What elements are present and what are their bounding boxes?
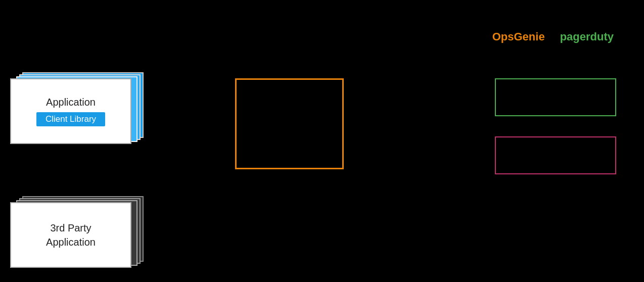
opsgenie-box <box>495 78 616 116</box>
top-labels: OpsGenie pagerduty <box>492 30 614 43</box>
application-label: Application <box>46 97 96 108</box>
application-front-paper: Application Client Library <box>10 78 131 144</box>
center-orange-box <box>235 78 344 169</box>
third-party-front-paper: 3rd Party Application <box>10 202 131 268</box>
application-stack: Application Client Library <box>10 78 144 149</box>
pagerduty-box <box>495 136 616 174</box>
client-library-badge: Client Library <box>36 112 105 126</box>
third-party-label: 3rd Party Application <box>46 221 96 249</box>
third-party-stack: 3rd Party Application <box>10 202 144 273</box>
pagerduty-label: pagerduty <box>560 30 614 43</box>
diagram-container: OpsGenie pagerduty Application Client Li… <box>0 0 644 282</box>
opsgenie-label: OpsGenie <box>492 30 545 43</box>
